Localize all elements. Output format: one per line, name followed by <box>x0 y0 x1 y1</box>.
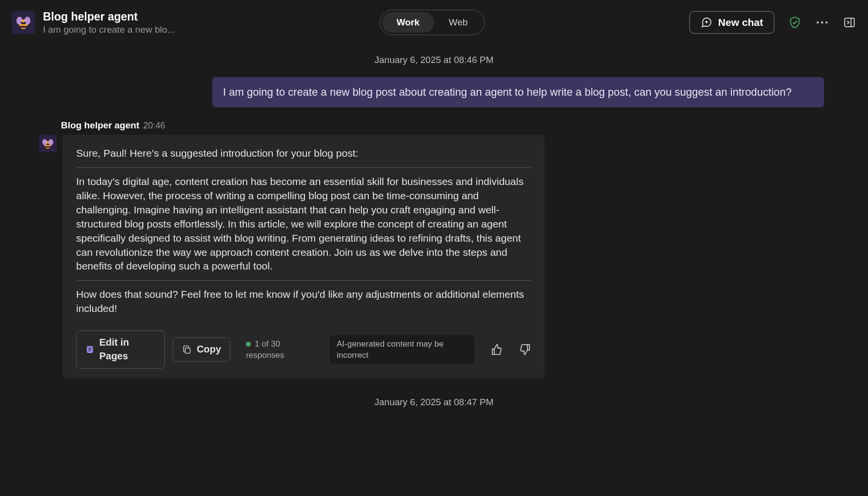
status-dot-icon <box>246 342 251 347</box>
svg-point-4 <box>24 17 31 24</box>
divider <box>76 280 531 281</box>
chat-subtitle: I am going to create a new blo... <box>43 24 175 35</box>
svg-point-3 <box>17 17 23 24</box>
bee-icon <box>41 137 55 150</box>
page-icon <box>85 345 94 354</box>
chat-plus-icon <box>701 17 712 28</box>
edit-label: Edit in Pages <box>99 336 156 363</box>
svg-point-18 <box>48 139 53 145</box>
panel-open-icon[interactable] <box>843 16 856 29</box>
message-actions: Edit in Pages Copy 1 of 30 responses AI-… <box>76 331 531 368</box>
tab-work[interactable]: Work <box>382 12 434 33</box>
svg-point-5 <box>21 21 23 23</box>
agent-name-label: Blog helper agent <box>61 120 139 131</box>
agent-time-label: 20:46 <box>143 121 165 131</box>
agent-message-card: Sure, Paul! Here's a suggested introduct… <box>62 135 545 378</box>
more-icon[interactable] <box>815 16 829 29</box>
ai-disclaimer: AI-generated content may be incorrect <box>330 335 474 364</box>
svg-point-17 <box>42 139 47 145</box>
new-chat-button[interactable]: New chat <box>689 11 774 34</box>
copy-icon <box>182 345 192 354</box>
divider <box>76 167 531 168</box>
svg-rect-2 <box>19 26 28 28</box>
copy-button[interactable]: Copy <box>173 337 230 362</box>
svg-point-10 <box>821 21 824 24</box>
agent-intro-text: Sure, Paul! Here's a suggested introduct… <box>76 146 531 161</box>
response-count: 1 of 30 responses <box>246 338 315 361</box>
header-bar: Blog helper agent I am going to create a… <box>0 0 868 45</box>
svg-rect-16 <box>44 146 51 147</box>
agent-body-text: In today's digital age, content creation… <box>76 175 531 274</box>
agent-title: Blog helper agent <box>43 10 175 23</box>
svg-point-11 <box>826 21 828 24</box>
thumbs-up-icon[interactable] <box>491 343 503 356</box>
new-chat-label: New chat <box>718 17 763 28</box>
bee-icon <box>15 14 32 31</box>
svg-point-6 <box>24 21 26 23</box>
tab-web[interactable]: Web <box>434 12 483 33</box>
svg-point-9 <box>817 21 819 24</box>
copy-label: Copy <box>197 343 221 356</box>
agent-message-avatar <box>39 135 57 152</box>
shield-icon[interactable] <box>788 16 802 29</box>
timestamp-divider: January 6, 2025 at 08:47 PM <box>39 378 829 419</box>
edit-in-pages-button[interactable]: Edit in Pages <box>76 331 165 368</box>
thumbs-down-icon[interactable] <box>519 343 531 356</box>
agent-followup-text: How does that sound? Feel free to let me… <box>76 288 531 316</box>
svg-rect-23 <box>185 348 190 353</box>
user-message-text: I am going to create a new blog post abo… <box>223 86 792 98</box>
scope-toggle: Work Web <box>380 10 485 35</box>
timestamp-divider: January 6, 2025 at 08:46 PM <box>39 45 829 77</box>
chat-area: January 6, 2025 at 08:46 PM I am going t… <box>0 45 868 419</box>
user-message-bubble: I am going to create a new blog post abo… <box>212 77 824 107</box>
title-block: Blog helper agent I am going to create a… <box>43 10 175 35</box>
agent-avatar <box>12 11 35 34</box>
